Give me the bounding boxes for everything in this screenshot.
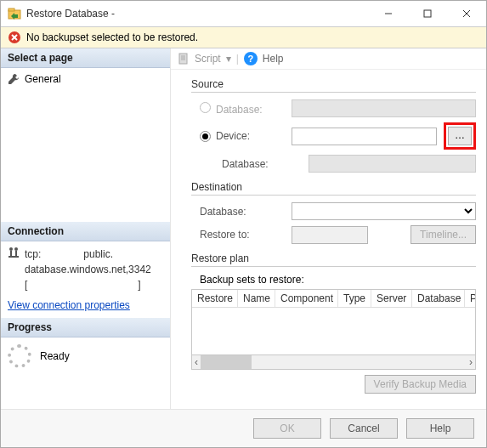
dest-database-combo[interactable] xyxy=(292,202,476,220)
device-path-input[interactable] xyxy=(292,128,437,145)
connection-info: tcp: public. database.windows.net,3342 [… xyxy=(1,241,170,318)
svg-point-9 xyxy=(9,247,13,251)
help-button[interactable]: Help xyxy=(263,53,284,65)
connection-line: database.windows.net,3342 xyxy=(25,262,151,277)
group-label: Source xyxy=(191,78,476,90)
close-button[interactable] xyxy=(447,1,486,26)
col-component[interactable]: Component xyxy=(275,290,338,307)
cancel-button[interactable]: Cancel xyxy=(330,418,398,439)
left-pane: Select a page General Connection tc xyxy=(1,48,171,409)
backup-sets-table[interactable]: Restore Name Component Type Server Datab… xyxy=(191,289,476,355)
group-label: Restore plan xyxy=(191,252,476,264)
right-pane: Script ▾ | ? Help Source Database: xyxy=(171,48,486,409)
error-text: No backupset selected to be restored. xyxy=(26,31,198,43)
source-sub-database-combo xyxy=(309,155,476,173)
page-item-general[interactable]: General xyxy=(8,71,163,87)
verify-backup-media-button[interactable]: Verify Backup Media xyxy=(365,375,476,394)
scroll-right-icon[interactable]: › xyxy=(467,356,475,368)
col-server[interactable]: Server xyxy=(371,290,412,307)
maximize-button[interactable] xyxy=(408,1,447,26)
restore-to-input xyxy=(292,226,368,244)
source-group: Source Database: Device: xyxy=(191,78,476,173)
script-button[interactable]: Script xyxy=(195,53,221,65)
device-radio[interactable]: Device: xyxy=(191,130,285,142)
restore-plan-group: Restore plan Backup sets to restore: Res… xyxy=(191,252,476,394)
col-restore[interactable]: Restore xyxy=(192,290,238,307)
error-banner: No backupset selected to be restored. xyxy=(1,26,486,48)
destination-group: Destination Database: Restore to: Timeli… xyxy=(191,181,476,244)
titlebar: Restore Database - xyxy=(1,1,486,26)
group-label: Destination xyxy=(191,181,476,193)
svg-rect-3 xyxy=(424,10,431,17)
window-title: Restore Database - xyxy=(26,8,369,20)
app-icon xyxy=(8,7,21,20)
col-position[interactable]: Posit xyxy=(465,290,476,307)
svg-rect-11 xyxy=(10,251,12,256)
restore-to-label: Restore to: xyxy=(191,229,285,241)
source-database-combo xyxy=(292,99,476,117)
script-icon xyxy=(178,53,190,65)
svg-point-10 xyxy=(14,247,18,251)
view-connection-properties-link[interactable]: View connection properties xyxy=(8,298,130,313)
database-radio: Database: xyxy=(191,102,285,116)
col-database[interactable]: Database xyxy=(412,290,465,307)
connection-line: tcp: public. xyxy=(25,247,151,262)
browse-device-button[interactable]: … xyxy=(448,127,472,145)
connection-header: Connection xyxy=(1,222,170,241)
backup-sets-label: Backup sets to restore: xyxy=(191,274,476,286)
content-area: Select a page General Connection tc xyxy=(1,48,486,409)
scroll-left-icon[interactable]: ‹ xyxy=(192,356,201,368)
help-button[interactable]: Help xyxy=(406,418,474,439)
wrench-icon xyxy=(8,73,20,85)
server-icon xyxy=(8,247,20,258)
page-item-label: General xyxy=(25,73,61,85)
progress-header: Progress xyxy=(1,318,170,337)
restore-database-dialog: Restore Database - No backupset selected… xyxy=(0,0,487,448)
col-name[interactable]: Name xyxy=(238,290,275,307)
svg-rect-1 xyxy=(8,9,14,11)
progress-status: Ready xyxy=(40,350,70,362)
dest-database-label: Database: xyxy=(191,206,285,218)
progress-spinner-icon xyxy=(8,344,31,368)
minimize-button[interactable] xyxy=(369,1,408,26)
horizontal-scrollbar[interactable]: ‹ › xyxy=(191,355,476,370)
col-type[interactable]: Type xyxy=(338,290,371,307)
ok-button[interactable]: OK xyxy=(253,418,321,439)
source-sub-database-label: Database: xyxy=(191,158,302,170)
error-icon xyxy=(8,31,21,44)
timeline-button[interactable]: Timeline... xyxy=(411,225,476,244)
script-dropdown-icon[interactable]: ▾ xyxy=(226,53,231,65)
svg-rect-12 xyxy=(15,251,17,256)
connection-line: [ ] xyxy=(25,277,151,292)
help-icon: ? xyxy=(244,52,258,65)
svg-rect-13 xyxy=(8,256,19,258)
select-page-header: Select a page xyxy=(1,48,170,68)
svg-rect-14 xyxy=(179,54,187,64)
toolbar: Script ▾ | ? Help xyxy=(171,48,486,70)
dialog-footer: OK Cancel Help xyxy=(1,409,486,447)
highlight-box: … xyxy=(444,122,476,150)
